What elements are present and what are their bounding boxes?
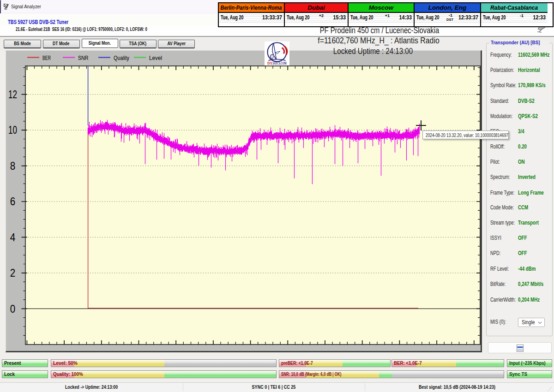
svg-text:4: 4 (10, 231, 16, 244)
svg-text:DX: DX (267, 61, 273, 65)
svg-text:0: 0 (10, 303, 16, 315)
svg-text:2: 2 (10, 267, 16, 279)
svg-text:BER: BER (42, 54, 51, 61)
svg-text:12: 12 (8, 88, 17, 101)
svg-text:SATCS.COM: SATCS.COM (273, 61, 287, 65)
svg-text:8: 8 (10, 160, 16, 172)
svg-text:10: 10 (8, 124, 17, 136)
svg-text:6: 6 (10, 195, 16, 208)
svg-text:Level: Level (149, 54, 162, 61)
svg-text:SNR: SNR (78, 54, 89, 61)
svg-text:Quality: Quality (114, 54, 129, 61)
